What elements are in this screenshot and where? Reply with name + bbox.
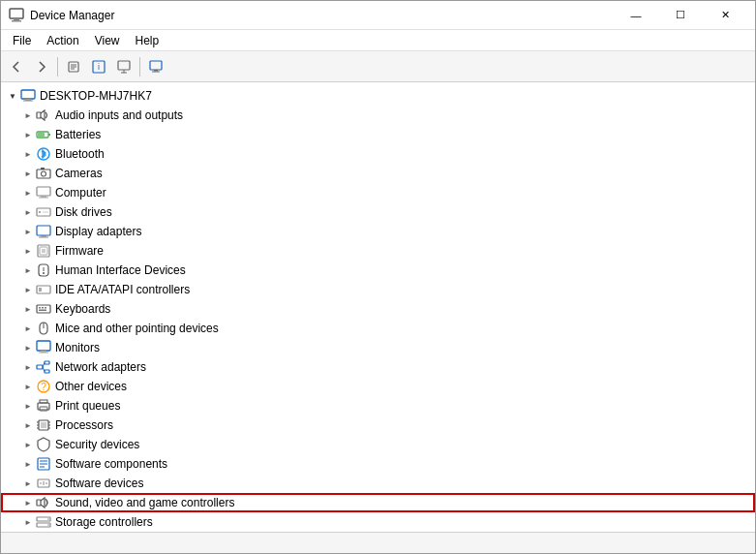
svg-point-40 [43, 272, 45, 274]
expand-arrow-softwaredevices[interactable]: ► [20, 476, 36, 491]
toolbar-back[interactable] [5, 55, 28, 78]
svg-rect-80 [37, 500, 41, 506]
label-mice: Mice and other pointing devices [55, 322, 219, 335]
expand-arrow-batteries[interactable]: ► [20, 127, 36, 142]
tree-item-print[interactable]: ►Print queues [1, 396, 755, 416]
computer-icon [20, 88, 36, 104]
menu-help[interactable]: Help [128, 32, 167, 49]
expand-arrow-monitors[interactable]: ► [20, 340, 36, 355]
svg-rect-26 [37, 187, 50, 196]
expand-arrow-mice[interactable]: ► [20, 321, 36, 336]
tree-item-audio[interactable]: ►Audio inputs and outputs [1, 106, 755, 125]
device-tree-panel[interactable]: ▼ DESKTOP-MHJ7HK7 ►Audio inputs and outp… [1, 82, 755, 532]
toolbar-update-driver[interactable]: i [87, 55, 110, 78]
expand-arrow-displayadapters[interactable]: ► [20, 224, 36, 239]
security-icon [36, 437, 51, 452]
tree-item-batteries[interactable]: ►Batteries [1, 125, 755, 144]
other-icon: ? [36, 379, 51, 394]
diskdrives-icon [36, 204, 51, 220]
label-processors: Processors [55, 418, 113, 432]
tree-item-other[interactable]: ►?Other devices [1, 377, 755, 396]
tree-item-ide[interactable]: ►IDE ATA/ATAPI controllers [1, 280, 755, 299]
tree-item-hid[interactable]: ►Human Interface Devices [1, 261, 755, 280]
tree-item-software[interactable]: ►Software components [1, 454, 755, 474]
tree-item-softwaredevices[interactable]: ►Software devices [1, 474, 755, 493]
expand-arrow-security[interactable]: ► [20, 437, 36, 452]
toolbar-scan[interactable] [112, 55, 136, 78]
tree-item-cameras[interactable]: ►Cameras [1, 164, 755, 183]
tree-item-security[interactable]: ►Security devices [1, 435, 755, 454]
expand-root-arrow[interactable]: ▼ [5, 88, 20, 104]
device-manager-window: Device Manager — ☐ ✕ File Action View He… [0, 0, 756, 554]
expand-arrow-audio[interactable]: ► [20, 108, 36, 123]
keyboards-icon [36, 301, 51, 317]
label-ide: IDE ATA/ATAPI controllers [55, 283, 190, 296]
print-icon [36, 398, 51, 414]
svg-rect-51 [37, 341, 50, 351]
svg-rect-15 [21, 90, 35, 99]
tree-item-firmware[interactable]: ►Firmware [1, 241, 755, 261]
expand-arrow-diskdrives[interactable]: ► [20, 204, 36, 220]
expand-arrow-ide[interactable]: ► [20, 282, 36, 297]
sound-icon [36, 495, 51, 510]
toolbar: i [1, 51, 755, 82]
svg-rect-1 [14, 18, 19, 20]
svg-rect-12 [150, 61, 162, 70]
maximize-button[interactable]: ☐ [658, 1, 703, 30]
softwaredevices-icon [36, 476, 51, 491]
expand-arrow-network[interactable]: ► [20, 359, 36, 375]
tree-item-processors[interactable]: ►Processors [1, 416, 755, 435]
expand-arrow-bluetooth[interactable]: ► [20, 146, 36, 162]
tree-item-computer[interactable]: ►Computer [1, 183, 755, 202]
label-bluetooth: Bluetooth [55, 147, 105, 161]
tree-item-bluetooth[interactable]: ►Bluetooth [1, 144, 755, 164]
tree-item-sound[interactable]: ►Sound, video and game controllers [1, 493, 755, 512]
displayadapters-icon [36, 224, 51, 239]
label-firmware: Firmware [55, 244, 104, 258]
svg-rect-45 [39, 307, 41, 309]
tree-item-mice[interactable]: ►Mice and other pointing devices [1, 319, 755, 338]
svg-rect-25 [41, 168, 45, 169]
label-software: Software components [55, 457, 167, 471]
expand-arrow-firmware[interactable]: ► [20, 243, 36, 259]
expand-arrow-storage[interactable]: ► [20, 514, 36, 530]
tree-item-diskdrives[interactable]: ►Disk drives [1, 202, 755, 222]
svg-rect-47 [45, 307, 46, 309]
menu-file[interactable]: File [5, 32, 39, 49]
tree-item-keyboards[interactable]: ►Keyboards [1, 299, 755, 319]
svg-rect-46 [42, 307, 44, 309]
expand-arrow-sound[interactable]: ► [20, 495, 36, 510]
svg-rect-20 [48, 134, 50, 136]
expand-arrow-print[interactable]: ► [20, 398, 36, 414]
expand-arrow-hid[interactable]: ► [20, 262, 36, 278]
tree-item-displayadapters[interactable]: ►Display adapters [1, 222, 755, 241]
toolbar-forward[interactable] [30, 55, 53, 78]
expand-arrow-computer[interactable]: ► [20, 185, 36, 200]
toolbar-monitor[interactable] [144, 55, 167, 78]
toolbar-sep-2 [139, 57, 140, 77]
monitors-icon [36, 340, 51, 355]
menu-view[interactable]: View [87, 32, 128, 49]
label-monitors: Monitors [55, 341, 100, 354]
expand-arrow-keyboards[interactable]: ► [20, 301, 36, 317]
mice-icon [36, 321, 51, 336]
svg-rect-56 [45, 370, 49, 373]
expand-arrow-cameras[interactable]: ► [20, 166, 36, 181]
menu-action[interactable]: Action [39, 32, 86, 49]
computer-icon [36, 185, 51, 200]
expand-arrow-other[interactable]: ► [20, 379, 36, 394]
expand-arrow-software[interactable]: ► [20, 456, 36, 472]
svg-rect-33 [41, 235, 46, 237]
expand-arrow-processors[interactable]: ► [20, 417, 36, 433]
svg-rect-48 [39, 310, 46, 312]
tree-item-network[interactable]: ►Network adapters [1, 357, 755, 377]
label-audio: Audio inputs and outputs [55, 108, 183, 122]
tree-item-storage[interactable]: ►Storage controllers [1, 512, 755, 532]
tree-item-monitors[interactable]: ►Monitors [1, 338, 755, 357]
svg-text:?: ? [41, 382, 46, 392]
tree-root-item[interactable]: ▼ DESKTOP-MHJ7HK7 [1, 86, 755, 106]
label-computer: Computer [55, 186, 106, 200]
minimize-button[interactable]: — [614, 1, 658, 30]
toolbar-properties[interactable] [62, 55, 85, 78]
close-button[interactable]: ✕ [703, 1, 747, 30]
